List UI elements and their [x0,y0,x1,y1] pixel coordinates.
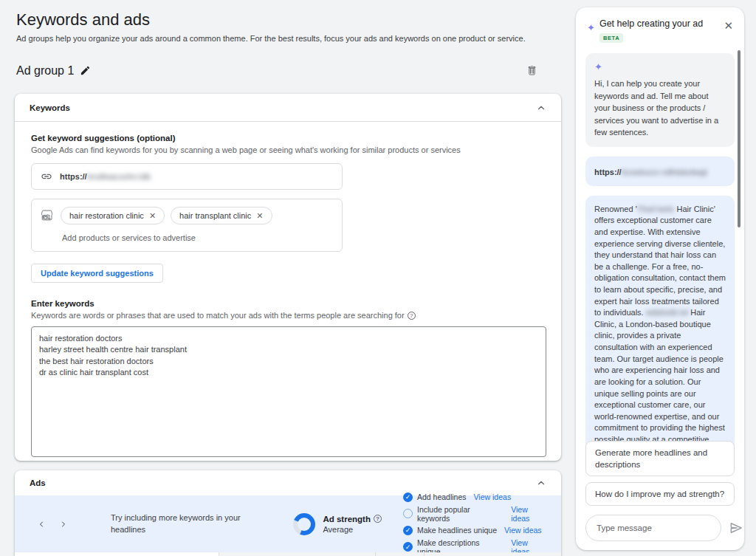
ad-group-row: Ad group 1 [16,64,552,78]
edit-ad-group-button[interactable] [78,64,92,78]
update-keyword-suggestions-button[interactable]: Update keyword suggestions [31,264,163,283]
suggestion-chip-improve[interactable]: How do I improve my ad strength? [585,482,735,506]
ad-strength-value: Average [323,525,403,534]
sparkle-icon: ✦ [594,61,726,72]
ad-preview-strip [15,552,561,556]
trash-icon [526,65,537,76]
view-ideas-link[interactable]: View ideas [511,505,548,523]
ad-strength-tip: Try including more keywords in your head… [111,512,249,535]
storefront-icon [41,209,53,244]
product-chip[interactable]: hair transplant clinic ✕ [171,207,272,224]
ad-preview-toolbar [219,552,561,556]
close-icon: ✕ [724,19,733,32]
chevron-left-icon [37,520,46,529]
keywords-panel-title: Keywords [30,103,70,112]
ads-panel-title: Ads [30,478,46,487]
checklist-item: ✓ Make headlines unique View ideas [403,526,548,535]
assistant-message: ✦ Hi, I can help you create your keyword… [585,53,735,147]
previous-tip-button[interactable] [35,518,47,530]
page-subtitle: Ad groups help you organize your ads aro… [16,34,568,43]
assistant-sidebar: ✦ Get help creating your ad BETA ✕ ✦ Hi,… [576,7,744,550]
checked-circle-icon: ✓ [403,526,413,535]
website-url-value: https://hrxdtwacsohn.tdb [60,172,151,181]
assistant-title: Get help creating your ad [599,18,723,30]
checklist-label: Add headlines [417,492,467,501]
ad-strength-label: Ad strength ? [323,515,403,524]
products-placeholder: Add products or services to advertise [62,233,333,242]
unchecked-circle-icon [403,509,413,518]
message-input[interactable] [585,515,721,541]
keyword-suggestions-description: Google Ads can find keywords for you by … [31,145,545,154]
help-icon[interactable]: ? [408,312,416,320]
close-assistant-button[interactable]: ✕ [722,18,735,34]
suggestion-chip-generate[interactable]: Generate more headlines and descriptions [585,441,735,476]
assistant-chat: ✦ Hi, I can help you create your keyword… [585,53,735,465]
redacted-url: hcxwtvuco ndhtsbzdwgt [622,168,707,176]
redacted-text: wdslooib tol [646,308,688,317]
keywords-panel-header[interactable]: Keywords [15,94,561,122]
ad-strength-meter [293,513,315,535]
keywords-textarea[interactable]: hair restoration doctors harley street h… [31,326,546,457]
assistant-footer: Generate more headlines and descriptions… [585,441,735,541]
assistant-greeting: Hi, I can help you create your keywords … [594,78,726,139]
website-url-input[interactable]: https://hrxdtwacsohn.tdb [31,163,343,190]
user-message-url: https://hcxwtvuco ndhtsbzdwgt [585,157,735,186]
remove-chip-icon[interactable]: ✕ [256,211,263,221]
product-chip[interactable]: hair restoration clinic ✕ [61,207,165,224]
product-chip-label: hair restoration clinic [69,211,144,220]
checklist-label: Include popular keywords [417,505,504,523]
remove-chip-icon[interactable]: ✕ [149,211,156,221]
main-content: Keywords and ads Ad groups help you orga… [0,0,568,556]
keywords-panel: Keywords Get keyword suggestions (option… [15,94,561,461]
page-title: Keywords and ads [16,10,568,30]
next-tip-button[interactable] [58,518,69,530]
redacted-text: Thxd txetc [637,205,675,213]
delete-ad-group-button[interactable] [525,64,539,78]
checked-circle-icon: ✓ [403,542,413,552]
checklist-label: Make headlines unique [417,526,497,535]
keyword-suggestions-heading: Get keyword suggestions (optional) [31,134,545,143]
products-services-input[interactable]: hair restoration clinic ✕ hair transplan… [31,199,343,252]
link-icon [41,171,52,182]
redacted-url: hrxdtwacsohn.tdb [87,172,151,181]
beta-badge: BETA [599,33,623,43]
product-chip-label: hair transplant clinic [179,211,251,220]
user-message-description: Renowned 'Thxd txetc Hair Clinic' offers… [585,196,735,465]
sparkle-icon: ✦ [587,22,595,33]
chat-scrollbar[interactable] [738,50,740,227]
view-ideas-link[interactable]: View ideas [474,492,512,501]
send-icon [729,521,743,535]
chevron-right-icon [59,520,68,529]
pencil-icon [80,65,91,76]
checked-circle-icon: ✓ [403,492,413,502]
view-ideas-link[interactable]: View ideas [504,526,542,535]
enter-keywords-heading: Enter keywords [31,299,545,308]
checklist-item: Include popular keywords View ideas [403,505,548,523]
checklist-item: ✓ Add headlines View ideas [403,492,548,502]
assistant-header: ✦ Get help creating your ad BETA ✕ [585,18,735,43]
send-button[interactable] [727,519,745,537]
ad-group-name: Ad group 1 [16,64,74,78]
chevron-up-icon[interactable] [536,103,546,113]
ads-panel: Ads Try including more keywords in your … [15,470,561,556]
enter-keywords-description: Keywords are words or phrases that are u… [31,311,545,320]
ad-strength-checklist: ✓ Add headlines View ideas Include popul… [403,492,548,556]
ad-preview-pane [15,552,219,556]
chevron-up-icon[interactable] [536,478,546,488]
help-icon[interactable]: ? [374,515,382,523]
ad-strength-banner: Try including more keywords in your head… [15,495,561,552]
